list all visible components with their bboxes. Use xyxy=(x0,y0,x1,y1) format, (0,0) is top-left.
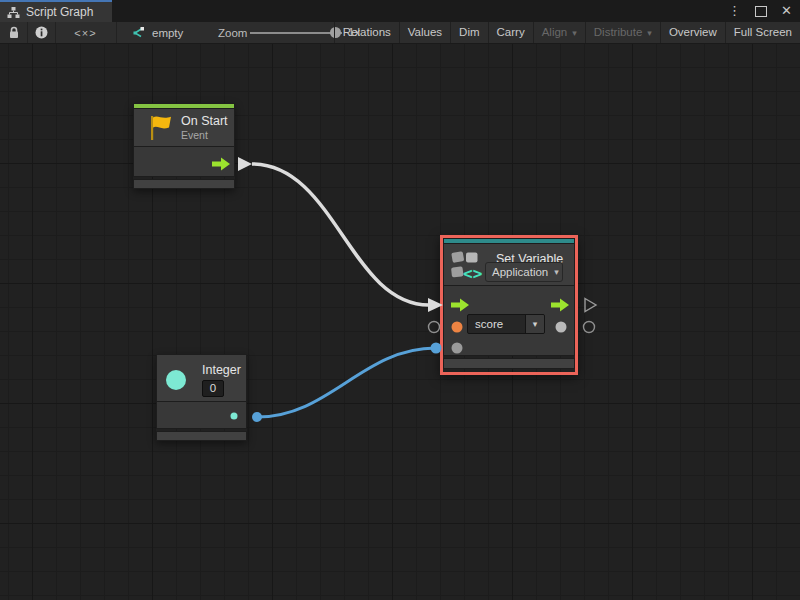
zoom-slider-track[interactable] xyxy=(250,32,342,34)
node-set-variable[interactable]: <> Set Variable Application score xyxy=(440,235,578,375)
variable-scope-dropdown[interactable]: Application xyxy=(485,262,563,282)
node-on-start[interactable]: On Start Event xyxy=(133,103,235,189)
variable-name-value: score xyxy=(468,315,525,333)
full-screen-button[interactable]: Full Screen xyxy=(725,22,800,43)
svg-text:<>: <> xyxy=(463,264,482,283)
dim-button[interactable]: Dim xyxy=(450,22,487,43)
values-button[interactable]: Values xyxy=(399,22,450,43)
zoom-label: Zoom xyxy=(218,22,247,43)
overview-button[interactable]: Overview xyxy=(660,22,725,43)
integer-body xyxy=(156,401,247,429)
integer-header: Integer 0 xyxy=(156,354,247,402)
graph-toolbar: <×> empty Zoom 1x Relations Values Dim C… xyxy=(0,22,800,44)
integer-type-icon xyxy=(166,370,186,390)
set-variable-footer xyxy=(443,358,575,369)
node-subtitle: Event xyxy=(181,129,228,141)
lock-button[interactable] xyxy=(0,22,28,43)
info-icon xyxy=(35,26,48,39)
context-label: empty xyxy=(152,27,183,39)
window-menu-icon[interactable]: ⋮ xyxy=(728,0,741,22)
lock-icon xyxy=(8,26,20,39)
on-start-body xyxy=(133,146,235,177)
script-graph-window: Script Graph ⋮ ✕ <×> xyxy=(0,0,800,600)
integer-value-field[interactable]: 0 xyxy=(202,380,224,397)
align-dropdown-button[interactable]: Align xyxy=(533,22,585,43)
connection-icon xyxy=(130,26,145,39)
graph-canvas[interactable] xyxy=(0,44,800,600)
relations-button[interactable]: Relations xyxy=(334,22,399,43)
window-maximize-icon[interactable] xyxy=(755,6,767,17)
node-integer[interactable]: Integer 0 xyxy=(156,354,247,441)
code-view-button[interactable]: <×> xyxy=(55,22,117,43)
code-view-icon: <×> xyxy=(74,27,96,39)
node-title: Integer xyxy=(202,363,241,377)
tab-title: Script Graph xyxy=(26,5,93,19)
window-controls: ⋮ ✕ xyxy=(728,0,792,22)
distribute-dropdown-button[interactable]: Distribute xyxy=(585,22,660,43)
flag-icon xyxy=(148,114,173,142)
carry-button[interactable]: Carry xyxy=(488,22,533,43)
integer-footer xyxy=(156,431,247,441)
graph-hierarchy-icon xyxy=(7,6,20,19)
variable-name-dropdown[interactable]: score xyxy=(467,314,545,334)
toolbar-button-group: Relations Values Dim Carry Align Distrib… xyxy=(334,22,800,43)
title-bar: Script Graph ⋮ ✕ xyxy=(0,0,800,22)
context-indicator[interactable]: empty xyxy=(130,22,183,43)
tab-script-graph[interactable]: Script Graph xyxy=(0,0,112,22)
window-close-icon[interactable]: ✕ xyxy=(781,0,792,22)
variables-icon: <> xyxy=(449,248,485,284)
on-start-header: On Start Event xyxy=(133,108,235,147)
info-button[interactable] xyxy=(27,22,56,43)
chevron-down-icon[interactable] xyxy=(525,315,544,333)
on-start-footer xyxy=(133,179,235,189)
node-title: On Start xyxy=(181,114,228,128)
